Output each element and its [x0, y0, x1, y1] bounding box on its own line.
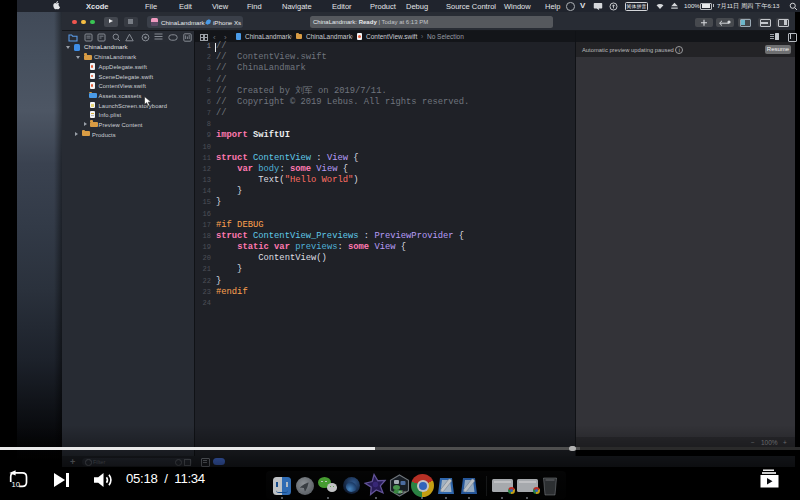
- svg-text:10: 10: [12, 480, 20, 489]
